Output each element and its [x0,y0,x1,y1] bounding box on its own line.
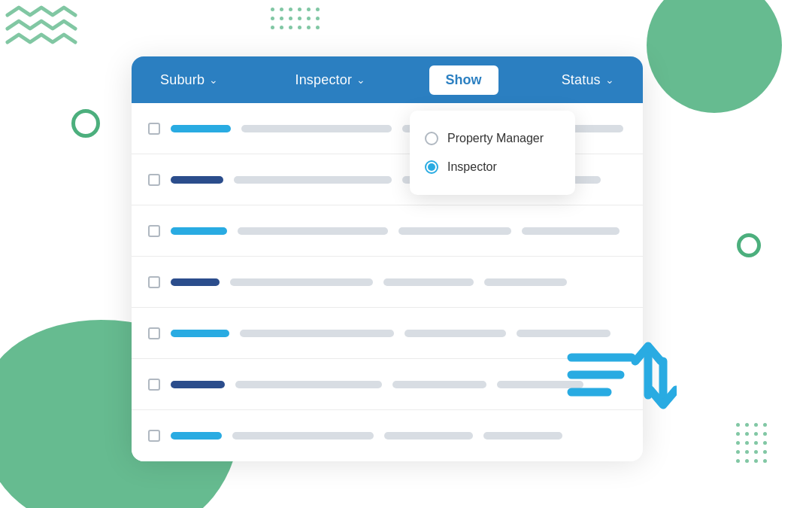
status-chevron-icon: ⌄ [605,74,614,86]
status-filter-button[interactable]: Status ⌄ [548,66,628,94]
main-card: Suburb ⌄ Inspector ⌄ Show Status ⌄ [132,56,643,455]
row-checkbox[interactable] [148,430,160,442]
row-bar-blue [171,330,229,337]
row-line [240,330,394,337]
radio-inspector-fill [428,163,435,171]
row-line [232,432,374,440]
filter-bar: Suburb ⌄ Inspector ⌄ Show Status ⌄ [132,56,643,103]
row-line [238,227,388,235]
row-bar-navy [171,176,223,184]
row-bar-blue [171,227,227,235]
inspector-chevron-icon: ⌄ [356,74,365,86]
option-inspector-label: Inspector [447,160,497,174]
radio-property-manager[interactable] [425,132,438,145]
green-circle-tr [647,0,782,113]
inspector-dropdown: Property Manager Inspector [410,111,575,195]
row-bar-navy [171,381,225,388]
option-property-manager[interactable]: Property Manager [425,124,560,153]
row-line-sm [383,278,474,286]
inspector-filter-button[interactable]: Inspector ⌄ [281,66,379,94]
dots-top [271,8,320,29]
row-line [230,278,373,286]
row-line-sm [384,432,473,440]
suburb-filter-label: Suburb [160,72,205,88]
circle-outline-right [737,233,761,257]
row-line [234,176,392,184]
status-filter-label: Status [562,72,601,88]
radio-inspector[interactable] [425,160,438,174]
row-bar-blue [171,125,231,132]
row-line-sm [404,330,506,337]
row-checkbox[interactable] [148,174,160,186]
sort-icon-overlay [553,312,688,433]
option-property-manager-label: Property Manager [447,132,544,145]
row-line [235,381,382,388]
row-checkbox[interactable] [148,379,160,391]
row-checkbox[interactable] [148,327,160,339]
row-line-sm [392,381,486,388]
row-checkbox[interactable] [148,123,160,135]
inspector-filter-label: Inspector [295,72,352,88]
show-button-label: Show [446,72,482,87]
suburb-filter-button[interactable]: Suburb ⌄ [147,66,232,94]
sort-icon [564,316,677,429]
row-line [484,278,567,286]
option-inspector[interactable]: Inspector [425,153,560,181]
row-checkbox[interactable] [148,276,160,288]
row-bar-blue [171,432,222,440]
table-row [132,257,643,308]
suburb-chevron-icon: ⌄ [209,74,218,86]
table-row [132,205,643,257]
circle-outline-left [71,109,100,138]
row-line [522,227,620,235]
squiggle-decoration-tl [0,0,90,60]
row-line-sm [398,227,511,235]
row-bar-navy [171,278,220,286]
dots-br [736,423,767,463]
show-button[interactable]: Show [429,65,498,95]
row-line [483,432,562,440]
row-checkbox[interactable] [148,225,160,237]
row-line [241,125,392,132]
